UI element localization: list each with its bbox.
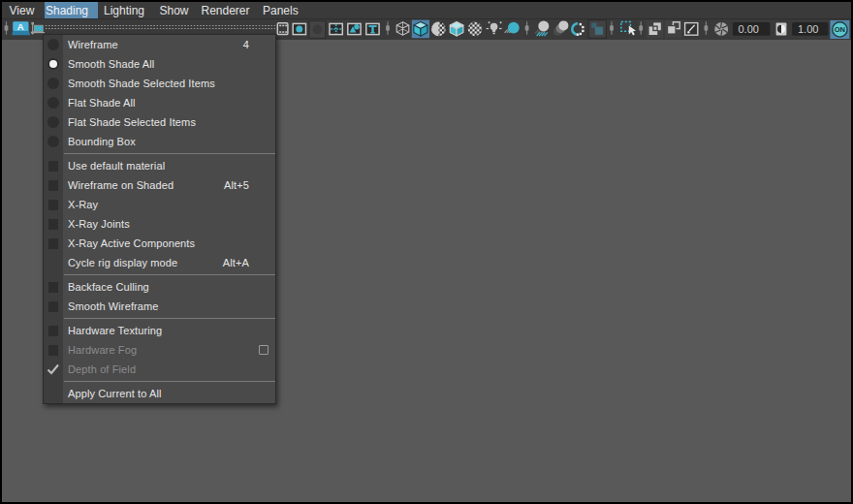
svg-text:A: A [17,21,24,32]
svg-text:0.00: 0.00 [739,23,759,35]
svg-text:1.00: 1.00 [798,23,818,35]
svg-text:ON: ON [835,25,845,34]
